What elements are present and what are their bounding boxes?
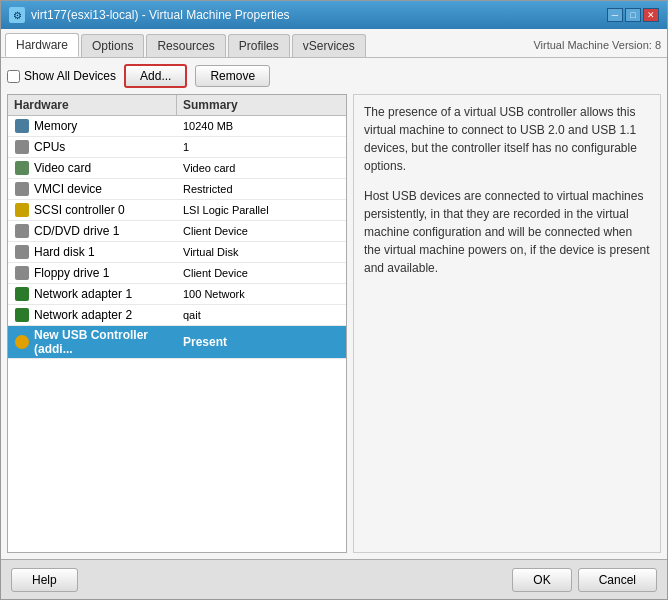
table-row[interactable]: New USB Controller (addi... Present bbox=[8, 326, 346, 359]
hardware-list: Memory 10240 MB CPUs 1 bbox=[8, 116, 346, 552]
network-icon bbox=[14, 286, 30, 302]
info-paragraph-1: The presence of a virtual USB controller… bbox=[364, 103, 650, 175]
bottom-bar: Help OK Cancel bbox=[1, 559, 667, 599]
remove-button[interactable]: Remove bbox=[195, 65, 270, 87]
content-area: Show All Devices Add... Remove Hardware … bbox=[1, 58, 667, 559]
info-panel: The presence of a virtual USB controller… bbox=[353, 94, 661, 553]
hardware-cell-name: VMCI device bbox=[8, 179, 177, 199]
hardware-cell-name: Network adapter 1 bbox=[8, 284, 177, 304]
hardware-cell-summary: LSI Logic Parallel bbox=[177, 202, 346, 218]
tab-vservices[interactable]: vServices bbox=[292, 34, 366, 57]
hardware-cell-name: Network adapter 2 bbox=[8, 305, 177, 325]
hardware-cell-name: New USB Controller (addi... bbox=[8, 326, 177, 358]
close-button[interactable]: ✕ bbox=[643, 8, 659, 22]
table-row[interactable]: SCSI controller 0 LSI Logic Parallel bbox=[8, 200, 346, 221]
table-row[interactable]: Network adapter 1 100 Network bbox=[8, 284, 346, 305]
memory-icon bbox=[14, 118, 30, 134]
title-bar: ⚙ virt177(esxi13-local) - Virtual Machin… bbox=[1, 1, 667, 29]
window-title: virt177(esxi13-local) - Virtual Machine … bbox=[31, 8, 290, 22]
table-row[interactable]: Hard disk 1 Virtual Disk bbox=[8, 242, 346, 263]
hardware-cell-summary: 100 Network bbox=[177, 286, 346, 302]
cddvd-icon bbox=[14, 223, 30, 239]
floppy-icon bbox=[14, 265, 30, 281]
summary-col-header: Summary bbox=[177, 95, 346, 115]
harddisk-icon bbox=[14, 244, 30, 260]
table-row[interactable]: Memory 10240 MB bbox=[8, 116, 346, 137]
info-paragraph-2: Host USB devices are connected to virtua… bbox=[364, 187, 650, 277]
tab-hardware[interactable]: Hardware bbox=[5, 33, 79, 57]
top-controls: Show All Devices Add... Remove bbox=[7, 64, 661, 88]
hardware-cell-name: Video card bbox=[8, 158, 177, 178]
maximize-button[interactable]: □ bbox=[625, 8, 641, 22]
bottom-right-controls: OK Cancel bbox=[512, 568, 657, 592]
hardware-cell-summary: Video card bbox=[177, 160, 346, 176]
hardware-cell-summary: Present bbox=[177, 333, 346, 351]
version-label: Virtual Machine Version: 8 bbox=[368, 39, 667, 51]
show-all-devices-label[interactable]: Show All Devices bbox=[7, 69, 116, 83]
network2-icon bbox=[14, 307, 30, 323]
hardware-cell-summary: Restricted bbox=[177, 181, 346, 197]
hardware-cell-summary: 1 bbox=[177, 139, 346, 155]
window: ⚙ virt177(esxi13-local) - Virtual Machin… bbox=[0, 0, 668, 600]
vmci-icon bbox=[14, 181, 30, 197]
cpu-icon bbox=[14, 139, 30, 155]
table-row[interactable]: Network adapter 2 qait bbox=[8, 305, 346, 326]
main-area: Hardware Summary Memory 10240 MB bbox=[7, 94, 661, 553]
hardware-cell-name: CPUs bbox=[8, 137, 177, 157]
hardware-cell-name: Memory bbox=[8, 116, 177, 136]
tab-options[interactable]: Options bbox=[81, 34, 144, 57]
table-row[interactable]: CD/DVD drive 1 Client Device bbox=[8, 221, 346, 242]
cancel-button[interactable]: Cancel bbox=[578, 568, 657, 592]
table-row[interactable]: CPUs 1 bbox=[8, 137, 346, 158]
hardware-cell-summary: 10240 MB bbox=[177, 118, 346, 134]
tab-bar: Hardware Options Resources Profiles vSer… bbox=[1, 29, 667, 58]
add-button[interactable]: Add... bbox=[124, 64, 187, 88]
usb-icon bbox=[14, 334, 30, 350]
hardware-cell-name: SCSI controller 0 bbox=[8, 200, 177, 220]
hardware-cell-name: CD/DVD drive 1 bbox=[8, 221, 177, 241]
minimize-button[interactable]: ─ bbox=[607, 8, 623, 22]
hardware-cell-name: Floppy drive 1 bbox=[8, 263, 177, 283]
table-row[interactable]: VMCI device Restricted bbox=[8, 179, 346, 200]
tab-profiles[interactable]: Profiles bbox=[228, 34, 290, 57]
hardware-col-header: Hardware bbox=[8, 95, 177, 115]
window-controls: ─ □ ✕ bbox=[607, 8, 659, 22]
tab-resources[interactable]: Resources bbox=[146, 34, 225, 57]
hardware-table-header: Hardware Summary bbox=[8, 95, 346, 116]
hardware-cell-name: Hard disk 1 bbox=[8, 242, 177, 262]
table-row[interactable]: Video card Video card bbox=[8, 158, 346, 179]
help-button[interactable]: Help bbox=[11, 568, 78, 592]
video-icon bbox=[14, 160, 30, 176]
scsi-icon bbox=[14, 202, 30, 218]
table-row[interactable]: Floppy drive 1 Client Device bbox=[8, 263, 346, 284]
hardware-cell-summary: qait bbox=[177, 307, 346, 323]
ok-button[interactable]: OK bbox=[512, 568, 571, 592]
hardware-panel: Hardware Summary Memory 10240 MB bbox=[7, 94, 347, 553]
hardware-cell-summary: Client Device bbox=[177, 265, 346, 281]
hardware-cell-summary: Virtual Disk bbox=[177, 244, 346, 260]
show-all-devices-checkbox[interactable] bbox=[7, 70, 20, 83]
hardware-cell-summary: Client Device bbox=[177, 223, 346, 239]
app-icon: ⚙ bbox=[9, 7, 25, 23]
